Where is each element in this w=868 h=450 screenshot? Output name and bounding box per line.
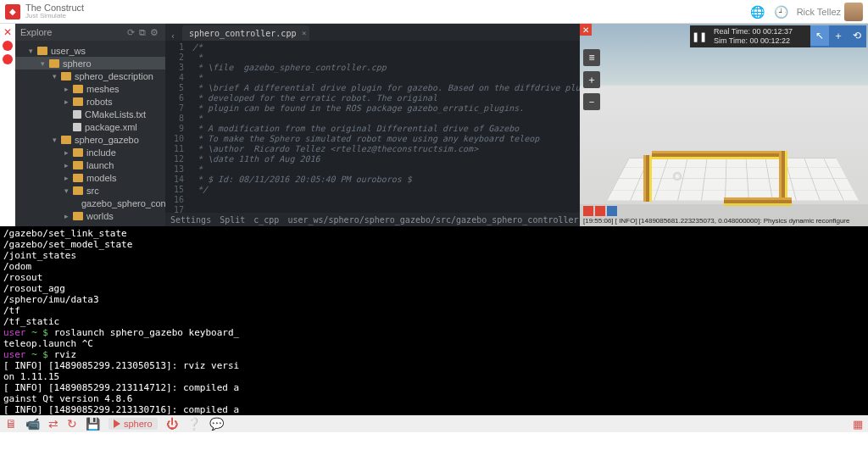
file-icon — [73, 123, 81, 131]
bottom-toolbar: 🖥 📹 ⇄ ↻ 💾 sphero ⏻ ❔ 💬 ▦ — [0, 415, 868, 432]
new-folder-icon[interactable]: ⧉ — [136, 27, 148, 38]
rosject-button[interactable]: sphero — [108, 418, 158, 430]
tree-folder-sphero[interactable]: ▾sphero — [15, 57, 165, 69]
share-icon[interactable]: ⇄ — [48, 417, 58, 431]
save-icon[interactable]: 💾 — [86, 417, 100, 431]
close-icon[interactable]: ✕ — [580, 24, 592, 36]
viewport-statusbar: [19:55:06] [ INFO] [1489085681.223235073… — [580, 204, 868, 226]
avatar[interactable] — [844, 3, 863, 21]
left-rail: ✕ — [0, 24, 15, 226]
globe-icon[interactable]: 🌐 — [748, 3, 767, 21]
folder-icon — [73, 212, 83, 220]
folder-icon — [73, 85, 83, 93]
snapshot-icon[interactable] — [607, 206, 617, 216]
tree-file-package[interactable]: package.xml — [15, 120, 165, 133]
folder-icon — [73, 161, 83, 169]
sim-viewport[interactable]: ✕ ❚❚ Real Time: 00 00:12:37 Sim Time: 00… — [580, 24, 868, 226]
tree-folder-src[interactable]: ▾src — [15, 184, 165, 197]
record-icon[interactable] — [583, 206, 593, 216]
play-icon — [114, 419, 120, 428]
app-subtitle: Just Simulate — [25, 13, 84, 19]
gear-icon[interactable]: ⚙ — [148, 27, 160, 38]
video-icon[interactable]: 📹 — [25, 417, 40, 431]
zoom-out-icon[interactable]: － — [583, 93, 600, 110]
split-button[interactable]: Split — [220, 215, 245, 225]
folder-icon — [73, 186, 83, 195]
tree-folder-robots[interactable]: ▸robots — [15, 95, 165, 108]
tab-scroll-left-icon[interactable]: ‹ — [170, 31, 182, 41]
topbar: ◆ The Construct Just Simulate 🌐 🕘 Rick T… — [0, 0, 868, 24]
cursor-tool-icon[interactable]: ↖ — [810, 25, 829, 46]
language-mode[interactable]: c_cpp — [253, 215, 279, 225]
tree-folder-models[interactable]: ▸models — [15, 171, 165, 184]
logo-block: ◆ The Construct Just Simulate — [5, 3, 84, 19]
tree-folder-user-ws[interactable]: ▾user_ws — [15, 44, 165, 57]
folder-icon — [61, 136, 71, 144]
logo-icon: ◆ — [5, 4, 20, 19]
line-gutter: 1234567891011121314151617181920212223242… — [165, 41, 187, 213]
file-explorer: Explore ⟳ ⧉ ⚙ ▾user_ws ▾sphero ▾sphero_d… — [15, 24, 165, 226]
folder-icon — [73, 174, 83, 182]
folder-icon — [73, 148, 83, 157]
clock-icon[interactable]: 🕘 — [772, 3, 791, 21]
tab-label: sphero_controller.cpp — [189, 29, 296, 38]
folder-icon — [73, 97, 83, 106]
tree-folder-sphero-gazebo[interactable]: ▾sphero_gazebo — [15, 133, 165, 146]
pause-button[interactable]: ❚❚ — [690, 25, 709, 47]
file-tree: ▾user_ws ▾sphero ▾sphero_description ▸me… — [15, 41, 165, 225]
rail-dot[interactable] — [3, 41, 13, 51]
terminal[interactable]: /gazebo/set_link_state /gazebo/set_model… — [0, 226, 868, 415]
file-icon — [73, 110, 81, 119]
tree-folder-worlds[interactable]: ▸worlds — [15, 209, 165, 222]
sim-time: Sim Time: 00 00:12:22 — [714, 36, 805, 46]
record-icon[interactable] — [595, 206, 605, 216]
tree-folder-meshes[interactable]: ▸meshes — [15, 82, 165, 95]
folder-icon — [61, 72, 71, 81]
zoom-in-icon[interactable]: ＋ — [583, 71, 600, 88]
file-path: user_ws/sphero/sphero_gazebo/src/gazebo_… — [287, 215, 598, 225]
rosject-label: sphero — [124, 419, 153, 429]
code-editor: ‹ sphero_controller.cpp × 12345678910111… — [165, 24, 580, 226]
tree-file-controller[interactable]: gazebo_sphero_control — [15, 197, 165, 209]
reset-tool-icon[interactable]: ⟲ — [848, 25, 866, 46]
editor-statusbar: Settings Split c_cpp user_ws/sphero/sphe… — [165, 213, 580, 226]
tree-folder-launch[interactable]: ▸launch — [15, 158, 165, 171]
chat-icon[interactable]: 💬 — [209, 417, 224, 431]
settings-button[interactable]: Settings — [170, 215, 211, 225]
refresh-icon[interactable]: ⟳ — [125, 27, 136, 38]
close-icon[interactable]: ✕ — [3, 27, 13, 37]
real-time: Real Time: 00 00:12:37 — [714, 27, 805, 36]
sim-time-panel: Real Time: 00 00:12:37 Sim Time: 00 00:1… — [709, 25, 810, 47]
power-icon[interactable]: ⏻ — [166, 417, 178, 431]
editor-tab[interactable]: sphero_controller.cpp × — [182, 25, 309, 41]
user-name: Rick Tellez — [797, 7, 841, 17]
tree-folder-sphero-description[interactable]: ▾sphero_description — [15, 69, 165, 82]
close-icon[interactable]: × — [302, 29, 306, 37]
explorer-title: Explore — [20, 27, 125, 37]
refresh-icon[interactable]: ↻ — [67, 417, 77, 431]
scene-3d[interactable] — [605, 75, 860, 201]
sphero-ball — [673, 172, 682, 181]
code-area[interactable]: /* * * \file gazebo_sphero_controller.cp… — [187, 41, 580, 213]
add-tool-icon[interactable]: ＋ — [829, 25, 848, 46]
monitor-icon[interactable]: 🖥 — [5, 417, 17, 431]
rail-dot[interactable] — [3, 54, 13, 64]
tree-folder-include[interactable]: ▸include — [15, 146, 165, 158]
apps-grid-icon[interactable]: ▦ — [853, 418, 863, 431]
menu-icon[interactable]: ≡ — [583, 49, 600, 66]
editor-tabbar: ‹ sphero_controller.cpp × — [165, 24, 580, 41]
tree-file-cmake[interactable]: CMakeLists.txt — [15, 108, 165, 120]
folder-icon — [49, 59, 59, 68]
help-icon[interactable]: ❔ — [186, 417, 201, 431]
folder-icon — [37, 47, 47, 55]
